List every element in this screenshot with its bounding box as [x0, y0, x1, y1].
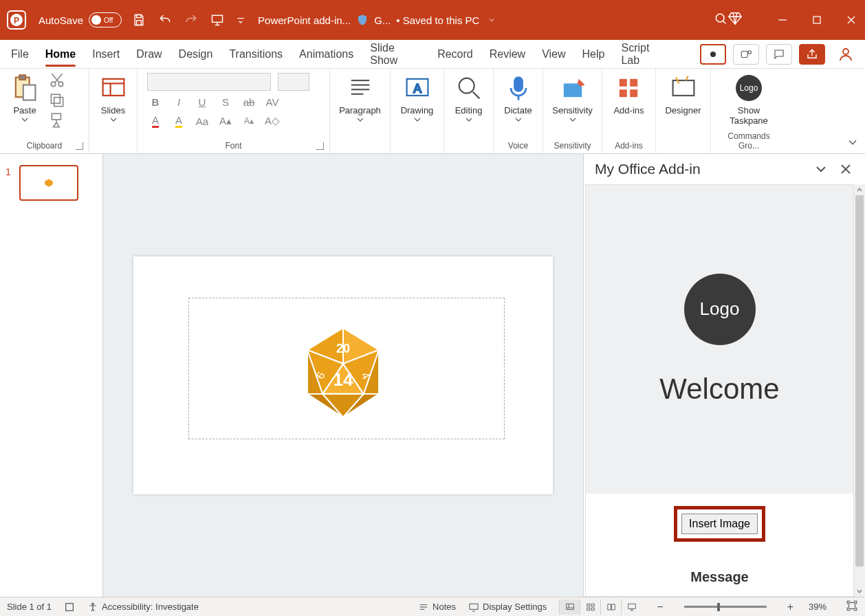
minimize-button[interactable]	[776, 13, 789, 27]
tab-help[interactable]: Help	[582, 44, 605, 65]
dictate-button[interactable]: Dictate	[499, 72, 538, 123]
addins-button[interactable]: Add-ins	[609, 72, 648, 117]
close-button[interactable]	[844, 13, 858, 27]
document-title: PowerPoint add-in...	[258, 14, 351, 26]
thumbnail-panel[interactable]: 1	[0, 154, 103, 597]
change-case-button[interactable]: Aa	[194, 113, 210, 129]
qat-customize-icon[interactable]	[236, 12, 245, 28]
microphone-icon	[503, 73, 534, 103]
show-taskpane-button[interactable]: Logo Show Taskpane	[725, 72, 772, 127]
search-icon[interactable]	[714, 12, 727, 28]
scroll-up-icon[interactable]	[854, 184, 865, 195]
teams-button[interactable]	[733, 44, 759, 65]
zoom-slider[interactable]	[684, 606, 767, 608]
saved-status[interactable]: • Saved to this PC	[396, 14, 479, 26]
share-button[interactable]	[799, 44, 825, 65]
slide-1[interactable]: 20 14 6 4	[133, 256, 553, 494]
zoom-in-button[interactable]: +	[785, 601, 796, 613]
accessibility-status[interactable]: Accessibility: Investigate	[87, 602, 199, 613]
grow-font-button[interactable]: A▴	[217, 113, 234, 129]
svg-point-17	[843, 49, 848, 54]
insert-image-button[interactable]: Insert Image	[681, 514, 758, 534]
highlight-button[interactable]: A	[171, 113, 187, 129]
scroll-thumb[interactable]	[855, 195, 864, 566]
taskpane-close-button[interactable]	[837, 161, 854, 177]
svg-rect-77	[587, 608, 590, 610]
paragraph-button[interactable]: Paragraph	[335, 72, 385, 123]
taskpane-title: My Office Add-in	[595, 161, 804, 177]
slides-icon	[98, 73, 129, 103]
tab-file[interactable]: File	[11, 44, 29, 65]
font-size-select[interactable]	[278, 73, 309, 91]
format-painter-icon[interactable]	[48, 111, 66, 129]
undo-icon[interactable]	[157, 12, 173, 28]
designer-button[interactable]: Designer	[661, 72, 705, 117]
shadow-button[interactable]: S	[217, 94, 234, 110]
svg-rect-25	[54, 98, 63, 107]
character-spacing-button[interactable]: AV	[264, 94, 281, 110]
tab-animations[interactable]: Animations	[299, 44, 353, 65]
svg-point-8	[716, 14, 724, 22]
chevron-down-icon[interactable]	[485, 14, 496, 26]
diamond-icon[interactable]	[727, 11, 743, 29]
maximize-button[interactable]	[810, 13, 824, 27]
collapse-ribbon-icon[interactable]	[846, 135, 859, 149]
save-icon[interactable]	[131, 12, 146, 28]
tab-home[interactable]: Home	[45, 44, 76, 65]
tab-design[interactable]: Design	[179, 44, 213, 65]
tab-draw[interactable]: Draw	[136, 44, 162, 65]
svg-rect-72	[567, 604, 574, 609]
clear-formatting-button[interactable]: A◇	[264, 113, 281, 129]
present-from-beginning-icon[interactable]	[210, 12, 225, 28]
profile-icon[interactable]	[837, 46, 854, 63]
slide-thumbnail-1[interactable]	[19, 165, 78, 201]
shrink-font-button[interactable]: A▴	[241, 113, 257, 129]
slideshow-view-button[interactable]	[621, 600, 642, 615]
tab-view[interactable]: View	[542, 44, 565, 65]
slide-sorter-view-button[interactable]	[580, 600, 600, 615]
zoom-out-button[interactable]: −	[654, 601, 666, 613]
svg-rect-70	[470, 604, 478, 609]
paste-button[interactable]: Paste	[6, 72, 44, 123]
spelling-icon[interactable]	[64, 602, 75, 613]
slide-canvas[interactable]: 20 14 6 4	[103, 154, 583, 597]
svg-text:20: 20	[336, 342, 350, 355]
taskpane-menu-button[interactable]	[813, 161, 829, 177]
strikethrough-button[interactable]: ab	[241, 94, 257, 110]
cut-icon[interactable]	[48, 72, 66, 89]
drawing-button[interactable]: A Drawing	[397, 72, 438, 123]
slides-button[interactable]: Slides	[94, 72, 133, 123]
underline-button[interactable]: U	[194, 94, 210, 110]
tab-review[interactable]: Review	[490, 44, 525, 65]
font-color-button[interactable]: A	[147, 113, 164, 129]
editing-button[interactable]: Editing	[450, 72, 488, 123]
svg-rect-2	[137, 15, 142, 18]
tab-scriptlab[interactable]: Script Lab	[621, 38, 667, 71]
tab-record[interactable]: Record	[437, 44, 473, 65]
autosave-toggle[interactable]: Off	[89, 12, 122, 28]
taskpane-scrollbar[interactable]	[854, 184, 865, 597]
paste-icon	[10, 73, 40, 103]
chevron-down-icon	[414, 118, 421, 122]
italic-button[interactable]: I	[171, 94, 187, 110]
comments-button[interactable]	[766, 44, 792, 65]
tab-slideshow[interactable]: Slide Show	[370, 38, 421, 71]
chevron-down-icon	[357, 118, 364, 122]
svg-rect-78	[591, 608, 594, 610]
bold-button[interactable]: B	[147, 94, 164, 110]
reading-view-button[interactable]	[600, 600, 621, 615]
display-settings-button[interactable]: Display Settings	[468, 602, 547, 613]
zoom-percent[interactable]: 39%	[809, 602, 826, 612]
record-button[interactable]	[700, 44, 726, 65]
copy-icon[interactable]	[48, 91, 66, 109]
normal-view-button[interactable]	[559, 600, 580, 615]
redo-icon[interactable]	[184, 12, 199, 28]
scroll-down-icon[interactable]	[854, 586, 865, 597]
slide-count-status[interactable]: Slide 1 of 1	[7, 602, 52, 612]
font-family-select[interactable]	[147, 73, 271, 91]
sensitivity-button[interactable]: Sensitivity	[548, 72, 597, 123]
tab-transitions[interactable]: Transitions	[229, 44, 283, 65]
notes-button[interactable]: Notes	[418, 602, 456, 613]
fit-to-window-button[interactable]	[846, 600, 858, 614]
tab-insert[interactable]: Insert	[92, 44, 120, 65]
